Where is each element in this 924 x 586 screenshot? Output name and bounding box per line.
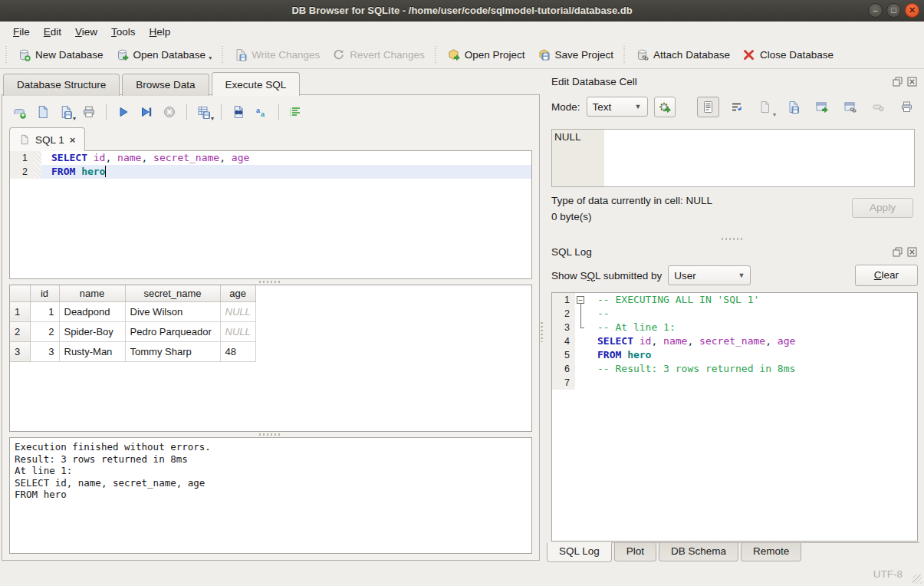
play-button[interactable] (113, 102, 134, 122)
grid-corner[interactable] (10, 285, 30, 301)
cell-text-active-button[interactable] (697, 97, 719, 117)
sql-log-filter-combobox[interactable]: User ▼ (668, 265, 751, 285)
attach-database-button[interactable]: Attach Database (630, 45, 736, 64)
find-button[interactable] (228, 102, 249, 122)
results-grid[interactable]: idnamesecret_nameage11DeadpondDive Wilso… (9, 285, 532, 432)
cell-wrap-button[interactable] (725, 97, 748, 117)
sql-log-close-icon[interactable] (906, 246, 918, 258)
table-cell[interactable]: Spider-Boy (59, 321, 125, 341)
maximize-button[interactable]: □ (886, 3, 901, 18)
cell-open-gray-icon (758, 100, 771, 114)
code-line: 3-- At line 1: (552, 321, 917, 334)
sql-document-icon (19, 134, 30, 145)
tab-browse-data[interactable]: Browse Data (122, 74, 209, 96)
row-header[interactable]: 1 (10, 301, 30, 321)
fold-marker-icon[interactable]: − (577, 296, 584, 304)
menu-file[interactable]: File (6, 23, 37, 41)
title-bar[interactable]: DB Browser for SQLite - /home/user/code/… (0, 0, 924, 21)
main-vertical-splitter[interactable] (540, 69, 544, 562)
autocomplete-button[interactable]: aa (251, 102, 272, 122)
sql-log-float-icon[interactable] (892, 246, 903, 258)
edit-cell-float-icon[interactable] (892, 76, 903, 87)
column-header-name[interactable]: name (59, 285, 125, 301)
play-line-button[interactable] (136, 102, 157, 122)
table-cell[interactable]: Tommy Sharp (125, 341, 220, 361)
table-row: 11DeadpondDive WilsonNULL (10, 301, 255, 321)
dropdown-arrow-icon: ▾ (773, 111, 776, 118)
table-cell[interactable]: Deadpond (59, 301, 125, 321)
dock-splitter[interactable] (547, 235, 919, 242)
chevron-down-icon: ▼ (635, 103, 642, 110)
tab-execute-sql[interactable]: Execute SQL (212, 72, 301, 96)
open-database-button[interactable]: Open Database▾ (110, 45, 219, 64)
table-cell[interactable]: NULL (220, 321, 255, 341)
cell-export-button[interactable] (811, 97, 833, 117)
column-header-secret-name[interactable]: secret_name (125, 285, 220, 301)
table-cell[interactable]: 2 (30, 321, 59, 341)
clear-log-button[interactable]: Clear (855, 265, 918, 286)
resize-grip[interactable] (912, 574, 922, 584)
tab-new-button[interactable] (9, 102, 31, 122)
row-header[interactable]: 3 (10, 341, 30, 361)
close-database-button[interactable]: Close Database (736, 45, 840, 64)
dropdown-arrow-icon[interactable]: ▾ (209, 54, 212, 61)
mode-combobox-value: Text (593, 101, 612, 113)
execution-message-box[interactable]: Execution finished without errors.Result… (9, 437, 532, 554)
dropdown-arrow-icon[interactable]: ▾ (211, 115, 214, 122)
bottom-tab-plot[interactable]: Plot (614, 543, 656, 561)
import-settings-button[interactable] (654, 97, 676, 117)
cell-saveas-button[interactable] (782, 97, 804, 117)
menu-view[interactable]: View (68, 23, 104, 41)
table-cell[interactable]: Pedro Parqueador (125, 321, 220, 341)
print-button[interactable] (896, 97, 918, 117)
code-line: 2-- (552, 307, 917, 321)
save-doc-button[interactable]: ▾ (55, 102, 77, 122)
menu-help[interactable]: Help (143, 23, 178, 41)
apply-button[interactable]: Apply (852, 198, 913, 218)
row-header[interactable]: 2 (10, 321, 30, 341)
table-cell[interactable]: 48 (220, 341, 255, 361)
editor-results-splitter[interactable] (9, 279, 532, 285)
sql-document-tab[interactable]: SQL 1 × (9, 127, 85, 151)
save-results-button[interactable]: ▾ (193, 102, 215, 122)
bottom-tab-db-schema[interactable]: DB Schema (659, 543, 738, 561)
table-cell[interactable]: Rusty-Man (59, 341, 125, 361)
open-project-button[interactable]: Open Project (441, 45, 531, 64)
toolbar-button-label: Open Project (465, 49, 525, 61)
menu-tools[interactable]: Tools (104, 23, 143, 41)
new-database-button[interactable]: New Database (12, 45, 110, 64)
bottom-tab-remote[interactable]: Remote (741, 543, 801, 561)
dropdown-arrow-icon[interactable]: ▾ (73, 115, 76, 122)
table-cell[interactable]: NULL (220, 301, 255, 321)
menu-edit[interactable]: Edit (37, 23, 68, 41)
cell-export-icon (815, 100, 828, 114)
column-header-id[interactable]: id (30, 285, 59, 301)
edit-cell-close-icon[interactable] (906, 76, 918, 87)
print-button[interactable] (78, 102, 100, 122)
code-text (587, 376, 917, 390)
column-header-age[interactable]: age (220, 285, 255, 301)
toolbar-button-label: Close Database (760, 49, 834, 61)
close-button[interactable]: ✕ (905, 3, 919, 18)
play-line-icon (140, 105, 153, 119)
table-cell[interactable]: Dive Wilson (125, 301, 220, 321)
table-cell[interactable]: 3 (30, 341, 59, 361)
tab-database-structure[interactable]: Database Structure (3, 74, 120, 96)
sql-editor-toolbar: ▾▾aa (9, 100, 532, 123)
results-message-splitter[interactable] (9, 432, 532, 437)
table-cell[interactable]: 1 (30, 301, 59, 321)
sql-editor[interactable]: 1SELECT id, name, secret_name, age2FROM … (9, 150, 532, 279)
sql-log-view[interactable]: 1−-- EXECUTING ALL IN 'SQL 1'2--3-- At l… (551, 292, 918, 542)
minimize-button[interactable]: – (868, 3, 883, 18)
db-new-icon (18, 48, 31, 61)
cell-value-editor[interactable]: NULL (551, 129, 915, 187)
sql-document-tab-close-icon[interactable]: × (70, 134, 76, 146)
bottom-tab-sql-log[interactable]: SQL Log (547, 542, 612, 562)
code-line: 1SELECT id, name, secret_name, age (10, 151, 531, 165)
mode-combobox[interactable]: Text ▼ (587, 97, 648, 117)
format-button[interactable] (285, 102, 307, 122)
cell-link-button[interactable] (839, 97, 861, 117)
cell-size-info: 0 byte(s) (551, 211, 712, 222)
save-project-button[interactable]: Save Project (531, 45, 620, 64)
open-doc-button[interactable] (32, 102, 54, 122)
